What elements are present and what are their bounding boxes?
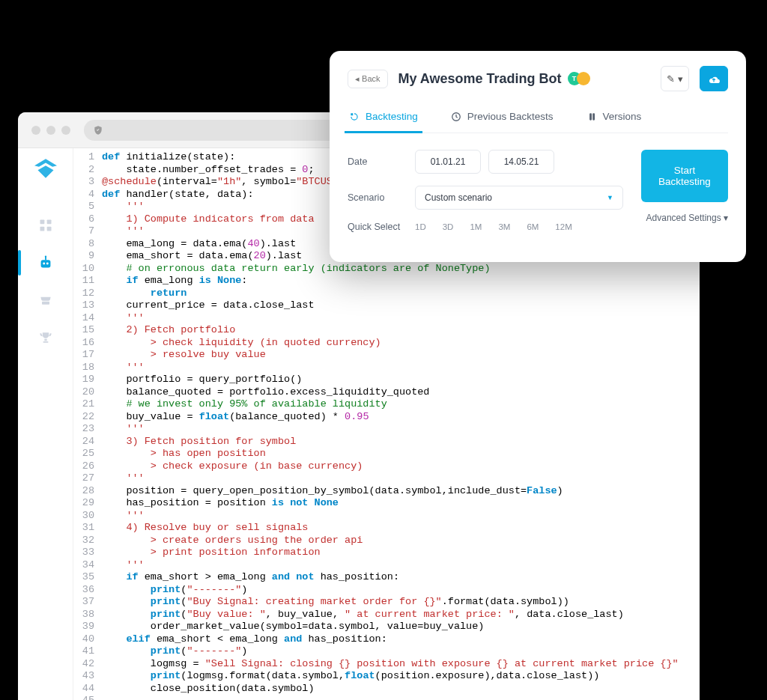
svg-rect-2 xyxy=(40,227,44,231)
back-button[interactable]: ◂ Back xyxy=(348,70,388,88)
date-label: Date xyxy=(348,156,415,167)
start-backtesting-button[interactable]: Start Backtesting xyxy=(641,150,728,202)
quick-option[interactable]: 3D xyxy=(443,222,454,231)
svg-point-6 xyxy=(46,262,48,264)
quick-option[interactable]: 3M xyxy=(498,222,510,231)
back-label: Back xyxy=(362,74,380,83)
shield-icon xyxy=(93,125,103,136)
tab-label: Backtesting xyxy=(366,111,418,122)
badge-y xyxy=(577,72,590,85)
clock-icon xyxy=(451,112,461,122)
line-gutter: 1234567891011121314151617181920212223242… xyxy=(73,151,102,700)
refresh-icon xyxy=(349,112,360,122)
bot-title: My Awesome Trading Bot T xyxy=(398,71,650,87)
tab-versions[interactable]: Versions xyxy=(585,105,643,133)
title-badges: T xyxy=(568,72,590,85)
scenario-label: Scenario xyxy=(348,192,415,203)
svg-rect-3 xyxy=(46,227,51,231)
scenario-value: Custom scenario xyxy=(425,192,492,203)
form-right: Start Backtesting Advanced Settings ▾ xyxy=(641,150,728,244)
traffic-light-close[interactable] xyxy=(31,126,40,135)
quick-option[interactable]: 6M xyxy=(527,222,539,231)
quick-option[interactable]: 1M xyxy=(470,222,482,231)
quick-option[interactable]: 1D xyxy=(415,222,426,231)
tab-previous[interactable]: Previous Backtests xyxy=(449,105,555,133)
backtesting-card: ◂ Back My Awesome Trading Bot T ✎ ▾ Back… xyxy=(330,51,746,262)
svg-rect-9 xyxy=(42,302,49,305)
svg-rect-0 xyxy=(40,220,44,225)
nav-leaderboard[interactable] xyxy=(37,329,54,346)
pencil-icon: ✎ ▾ xyxy=(667,73,683,85)
layers-icon xyxy=(586,112,597,122)
tab-backtesting[interactable]: Backtesting xyxy=(348,105,419,133)
store-icon xyxy=(38,293,53,308)
cloud-upload-icon xyxy=(707,73,721,84)
tab-label: Versions xyxy=(603,111,642,122)
svg-rect-11 xyxy=(589,113,592,120)
upload-button[interactable] xyxy=(700,66,728,91)
date-from-input[interactable] xyxy=(415,150,481,174)
svg-rect-12 xyxy=(592,113,595,120)
card-header: ◂ Back My Awesome Trading Bot T ✎ ▾ xyxy=(348,66,728,91)
tabs: Backtesting Previous Backtests Versions xyxy=(348,105,728,133)
advanced-settings-link[interactable]: Advanced Settings ▾ xyxy=(641,213,728,223)
sidebar xyxy=(18,148,73,700)
bot-title-text: My Awesome Trading Bot xyxy=(398,71,562,87)
chevron-down-icon: ▼ xyxy=(607,194,613,201)
robot-icon xyxy=(37,255,54,271)
trophy-icon xyxy=(38,330,53,345)
form: Date Scenario Custom scenario ▼ Quick Se… xyxy=(348,150,728,244)
svg-point-8 xyxy=(44,256,46,258)
traffic-light-min[interactable] xyxy=(46,126,55,135)
date-row: Date xyxy=(348,150,623,174)
edit-button[interactable]: ✎ ▾ xyxy=(661,66,689,91)
quick-select-row: Quick Select 1D3D1M3M6M12M xyxy=(348,222,623,232)
grid-icon xyxy=(38,218,53,233)
nav-dashboard[interactable] xyxy=(37,217,54,234)
quick-select-label: Quick Select xyxy=(348,222,415,232)
scenario-select[interactable]: Custom scenario ▼ xyxy=(415,186,623,210)
nav-market[interactable] xyxy=(37,292,54,308)
traffic-light-max[interactable] xyxy=(61,126,70,135)
quick-options: 1D3D1M3M6M12M xyxy=(415,222,572,231)
svg-rect-4 xyxy=(40,260,50,267)
logo-icon xyxy=(34,159,57,178)
svg-point-5 xyxy=(43,262,45,264)
svg-rect-1 xyxy=(46,220,51,225)
scenario-row: Scenario Custom scenario ▼ xyxy=(348,186,623,210)
date-to-input[interactable] xyxy=(488,150,554,174)
nav-bots[interactable] xyxy=(37,255,54,271)
quick-option[interactable]: 12M xyxy=(555,222,572,231)
tab-label: Previous Backtests xyxy=(467,111,554,122)
traffic-lights xyxy=(31,126,70,135)
